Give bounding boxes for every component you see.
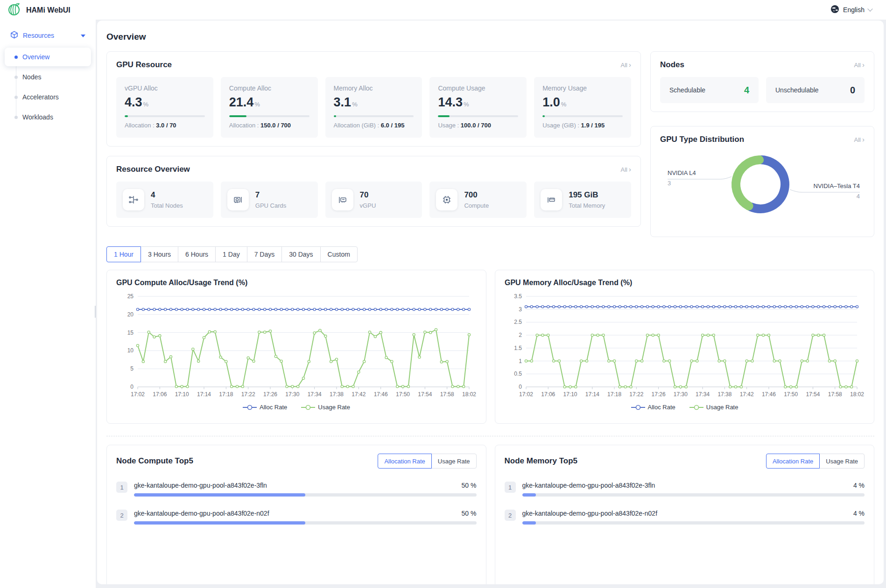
gpu-resource-all-link[interactable]: All› — [621, 62, 631, 69]
stat-compute-usage: Compute Usage 14.3% Usage : 100.0 / 700 — [429, 77, 527, 138]
svg-text:17:22: 17:22 — [241, 391, 255, 398]
node-memory-top5-card: Node Memory Top5 Allocation Rate Usage R… — [495, 445, 875, 584]
svg-text:17:10: 17:10 — [563, 391, 577, 398]
chart-title: GPU Memory Alloc/Usage Trend (%) — [505, 279, 865, 287]
svg-text:17:54: 17:54 — [806, 391, 820, 398]
page-title: Overview — [106, 32, 874, 42]
svg-text:2.5: 2.5 — [514, 319, 522, 325]
svg-text:17:30: 17:30 — [674, 391, 688, 398]
resource-overview-card: Resource Overview All› — [106, 156, 641, 227]
gpu-type-all-link[interactable]: All› — [854, 136, 865, 143]
chevron-right-icon: › — [629, 166, 631, 173]
sidebar-item-label: Overview — [22, 53, 49, 61]
tab-3-hours[interactable]: 3 Hours — [141, 246, 178, 262]
hami-logo-icon — [7, 2, 21, 18]
legend-alloc-rate[interactable]: Alloc Rate — [631, 404, 675, 411]
app-logo-row: HAMi WebUI — [0, 0, 96, 21]
svg-text:17:02: 17:02 — [519, 391, 533, 398]
stat-value: 0 — [850, 85, 855, 96]
bullet-dot-icon — [14, 76, 18, 79]
sidebar-item-workloads[interactable]: Workloads — [5, 108, 91, 126]
rank-badge: 2 — [116, 510, 127, 521]
tab-6-hours[interactable]: 6 Hours — [178, 246, 216, 262]
legend-usage-rate[interactable]: Usage Rate — [689, 404, 738, 411]
resource-label: Total Nodes — [151, 202, 183, 209]
resource-value: 70 — [360, 190, 376, 200]
progress-bar — [125, 115, 205, 117]
svg-text:15: 15 — [127, 329, 134, 336]
time-range-tabs: 1 Hour 3 Hours 6 Hours 1 Day 7 Days 30 D… — [106, 246, 874, 262]
svg-text:17:10: 17:10 — [175, 391, 189, 398]
legend-alloc-rate[interactable]: Alloc Rate — [243, 404, 287, 411]
svg-text:17:06: 17:06 — [153, 391, 167, 398]
chart-legend: Alloc Rate Usage Rate — [116, 404, 477, 411]
resource-value: 4 — [151, 190, 183, 200]
sidebar-item-resources[interactable]: Resources — [5, 27, 91, 44]
sidebar-item-overview[interactable]: Overview — [5, 48, 91, 66]
sidebar-item-label: Workloads — [22, 113, 53, 121]
resource-item-total-memory: 195 GiB Total Memory — [534, 182, 631, 218]
unschedulable-stat: Unschedulable 0 — [766, 77, 865, 103]
line-marker-icon — [631, 405, 645, 410]
svg-text:1.5: 1.5 — [514, 345, 522, 351]
stat-footer: Allocation : 150.0 / 700 — [229, 122, 309, 129]
table-row: 2 gke-kantaloupe-demo-gpu-pool-a843f02e-… — [505, 510, 865, 525]
tab-7-days[interactable]: 7 Days — [247, 246, 282, 262]
stat-label: Schedulable — [669, 86, 705, 94]
globe-icon — [830, 5, 839, 15]
right-column: Nodes All› Schedulable 4 Unschedula — [650, 51, 874, 237]
gpu-memory-trend-chart: 00.511.522.533.517:0217:0617:1017:1417:1… — [505, 289, 865, 403]
progress-bar — [542, 115, 623, 117]
nodes-all-link[interactable]: All› — [854, 62, 865, 69]
tab-1-day[interactable]: 1 Day — [215, 246, 247, 262]
gpu-card-icon — [227, 189, 249, 210]
svg-text:17:14: 17:14 — [585, 391, 599, 398]
gpu-type-distribution-card: GPU Type Distribution All› NVIDIA L4 3 — [650, 126, 874, 237]
tab-custom[interactable]: Custom — [320, 246, 358, 262]
usage-rate-toggle[interactable]: Usage Rate — [431, 454, 477, 469]
svg-text:17:42: 17:42 — [740, 391, 754, 398]
content-column: English Overview GPU Resource All› — [96, 0, 886, 588]
resource-value: 7 — [255, 190, 286, 200]
sidebar-item-accelerators[interactable]: Accelerators — [5, 88, 91, 106]
resource-overview-all-link[interactable]: All› — [621, 166, 631, 173]
svg-text:0: 0 — [130, 384, 134, 390]
nodes-icon — [123, 189, 144, 210]
tab-30-days[interactable]: 30 Days — [281, 246, 320, 262]
nodes-card: Nodes All› Schedulable 4 Unschedula — [650, 51, 874, 112]
sidebar-resize-handle[interactable] — [95, 306, 96, 318]
tab-1-hour[interactable]: 1 Hour — [106, 246, 141, 262]
stat-value: 21.4% — [229, 95, 309, 110]
stat-footer: Usage : 100.0 / 700 — [438, 122, 518, 129]
rank-badge: 1 — [116, 482, 127, 493]
sidebar-item-label: Nodes — [22, 73, 41, 81]
resource-label: vGPU — [360, 202, 376, 209]
language-selector[interactable]: English — [830, 5, 872, 15]
node-compute-top5-card: Node Compute Top5 Allocation Rate Usage … — [106, 445, 486, 584]
legend-usage-rate[interactable]: Usage Rate — [301, 404, 350, 411]
sidebar-item-label: Accelerators — [22, 93, 59, 101]
allocation-rate-toggle[interactable]: Allocation Rate — [378, 454, 431, 469]
donut-label-nvidia-tesla-t4: NVIDIA–Tesla T4 4 — [814, 182, 860, 200]
resource-label: Compute — [464, 202, 489, 209]
stat-value: 4 — [744, 85, 749, 96]
svg-text:20: 20 — [127, 311, 134, 318]
stat-value: 4.3% — [125, 95, 205, 110]
stat-label: Unschedulable — [775, 86, 819, 94]
chevron-down-icon — [867, 6, 872, 11]
allocation-rate-toggle[interactable]: Allocation Rate — [766, 454, 820, 469]
stat-value: 14.3% — [438, 95, 518, 110]
usage-rate-toggle[interactable]: Usage Rate — [819, 454, 865, 469]
svg-text:17:50: 17:50 — [784, 391, 798, 398]
chevron-right-icon: › — [862, 61, 865, 68]
sidebar: HAMi WebUI Resources Overview — [0, 0, 96, 588]
bullet-dot-icon — [14, 116, 18, 119]
language-label: English — [843, 6, 865, 14]
sidebar-item-nodes[interactable]: Nodes — [5, 68, 91, 86]
resource-item-compute: 700 Compute — [429, 182, 527, 218]
svg-text:17:26: 17:26 — [263, 391, 277, 398]
line-marker-icon — [243, 405, 257, 410]
card-title: Node Memory Top5 — [505, 456, 577, 466]
progress-bar — [229, 115, 309, 117]
svg-text:5: 5 — [130, 365, 134, 372]
